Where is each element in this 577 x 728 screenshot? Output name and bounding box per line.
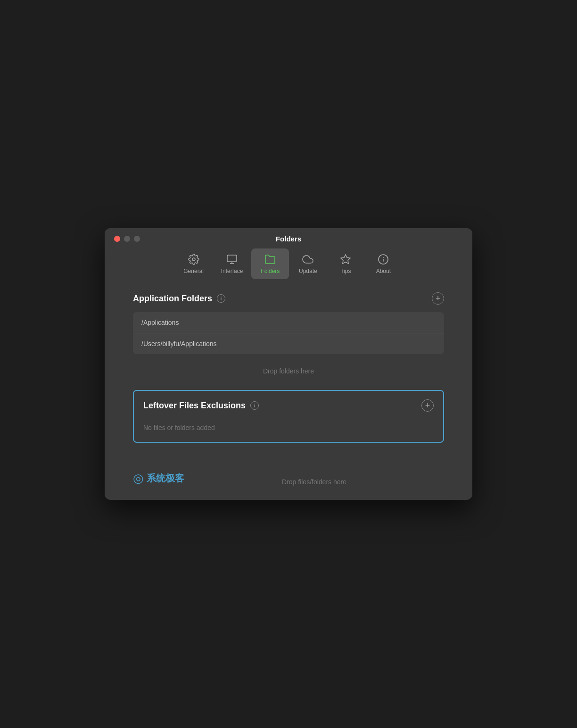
exclusions-drop-zone: Drop files/folders here (184, 478, 444, 486)
folder-icon (264, 253, 276, 265)
tab-general-label: General (183, 268, 204, 274)
app-folders-info-icon[interactable]: i (217, 294, 225, 303)
exclusions-add-button[interactable]: + (421, 399, 434, 412)
maximize-button[interactable] (134, 236, 140, 242)
exclusions-empty-text: No files or folders added (143, 419, 434, 433)
tab-about[interactable]: About (364, 248, 402, 279)
list-item: /Applications (133, 312, 444, 333)
app-folders-title-group: Application Folders i (133, 294, 225, 304)
watermark-text: 系统极客 (147, 472, 184, 485)
monitor-icon (226, 253, 238, 265)
app-folders-header: Application Folders i + (133, 292, 444, 305)
cloud-icon (302, 253, 314, 265)
exclusions-header: Leftover Files Exclusions i + (143, 399, 434, 412)
list-item: /Users/billyfu/Applications (133, 333, 444, 354)
minimize-button[interactable] (124, 236, 130, 242)
exclusions-title: Leftover Files Exclusions (143, 401, 246, 411)
app-folders-add-button[interactable]: + (432, 292, 444, 305)
svg-point-0 (192, 258, 195, 261)
tab-general[interactable]: General (175, 248, 213, 279)
tab-tips-label: Tips (340, 268, 351, 274)
info-icon (377, 253, 389, 265)
traffic-lights (114, 236, 140, 242)
main-content: Application Folders i + /Applications /U… (105, 279, 472, 457)
svg-marker-4 (341, 255, 350, 264)
watermark: ◎ 系统极客 (133, 471, 184, 486)
title-bar: Folders (105, 228, 472, 242)
tab-about-label: About (376, 268, 391, 274)
tab-interface[interactable]: Interface (213, 248, 252, 279)
gear-icon (188, 253, 200, 265)
bottom-area: ◎ 系统极客 Drop files/folders here (105, 457, 472, 500)
window-title: Folders (276, 235, 301, 243)
folder-list: /Applications /Users/billyfu/Application… (133, 312, 444, 354)
tab-folders-label: Folders (261, 268, 280, 274)
app-folders-drop-zone: Drop folders here (133, 356, 444, 380)
tab-folders[interactable]: Folders (251, 248, 289, 279)
tab-interface-label: Interface (221, 268, 243, 274)
star-icon (339, 253, 352, 265)
app-window: Folders General Interface (105, 228, 472, 500)
tab-tips[interactable]: Tips (327, 248, 364, 279)
exclusions-section: Leftover Files Exclusions i + No files o… (133, 390, 444, 443)
toolbar: General Interface Folders (105, 242, 472, 279)
tab-update-label: Update (299, 268, 317, 274)
tab-update[interactable]: Update (289, 248, 327, 279)
svg-rect-1 (227, 255, 237, 262)
watermark-icon: ◎ (133, 471, 144, 486)
exclusions-info-icon[interactable]: i (250, 401, 259, 410)
close-button[interactable] (114, 236, 120, 242)
exclusions-title-group: Leftover Files Exclusions i (143, 401, 259, 411)
app-folders-title: Application Folders (133, 294, 212, 304)
